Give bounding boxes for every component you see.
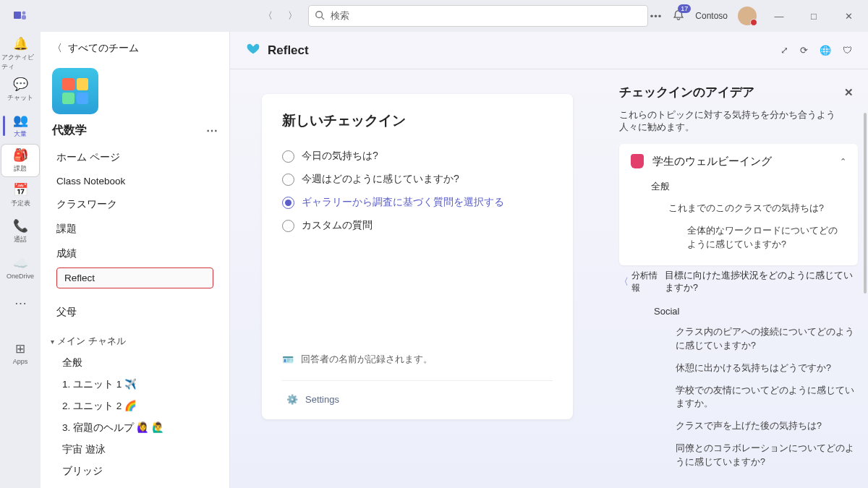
gear-icon: ⚙️	[286, 394, 298, 405]
nav-back-button[interactable]: 〈	[258, 6, 278, 26]
rail-onedrive[interactable]: ☁️OneDrive	[1, 250, 39, 285]
window-minimize-icon[interactable]: ―	[767, 6, 791, 26]
radio-icon	[282, 220, 294, 232]
ideas-subtitle: これらのトピックに対する気持ちを分かち合うよう人々に勧めます。	[619, 105, 858, 144]
reflect-heart-icon	[246, 41, 260, 59]
sidebar-notebook[interactable]: Class Notebook	[46, 170, 224, 192]
question-item[interactable]: 全体的なワークロードについてどのように感じていますか?	[631, 220, 846, 256]
app-rail: 🔔アクティビティ 💬チャット 👥大量 🎒課題 📅予定表 📞通話 ☁️OneDri…	[0, 32, 41, 488]
bag-icon: 🎒	[13, 147, 28, 163]
chevron-down-icon: ▾	[51, 338, 54, 346]
search-placeholder: 検索	[331, 9, 349, 22]
main-area: Reflect ⤢ ⟳ 🌐 🛡 新しいチェックイン 今日の気持ちは? 今週はどの…	[230, 32, 868, 488]
insights-link[interactable]: 〈 分析情報 目標に向けた進捗状況をどのように感じていますか?	[619, 265, 858, 294]
radio-icon	[282, 150, 294, 163]
svg-line-4	[322, 17, 325, 20]
team-avatar	[52, 68, 98, 114]
calendar-icon: 📅	[13, 182, 28, 197]
team-name: 代数学	[52, 123, 87, 138]
cloud-icon: ☁️	[13, 256, 28, 271]
back-all-teams[interactable]: 〈 すべてのチーム	[41, 32, 229, 65]
ideas-title: チェックインのアイデア	[619, 84, 754, 100]
settings-button[interactable]: ⚙️ Settings	[282, 380, 553, 406]
chevron-left-icon: 〈	[619, 276, 629, 288]
backpack-icon	[631, 154, 644, 168]
category-header[interactable]: 学生のウェルビーイング ⌃	[631, 154, 846, 168]
svg-rect-2	[22, 15, 26, 20]
channels-header[interactable]: ▾メイン チャネル	[41, 325, 229, 352]
sidebar-assignments[interactable]: 課題	[46, 217, 224, 241]
radio-icon	[282, 197, 294, 209]
more-icon: ⋯	[14, 296, 27, 311]
svg-rect-0	[14, 12, 21, 19]
more-icon[interactable]: •••	[650, 11, 663, 22]
question-item[interactable]: クラスで声を上げた後の気持ちは?	[631, 415, 858, 437]
tab-header: Reflect ⤢ ⟳ 🌐 🛡	[230, 32, 868, 69]
question-item[interactable]: クラス内のピアへの接続についてどのように感じていますか?	[631, 321, 858, 357]
search-icon	[315, 10, 325, 22]
record-note: 🪪 回答者の名前が記録されます。	[282, 353, 553, 366]
close-icon[interactable]: ✕	[844, 86, 854, 99]
question-item[interactable]: これまでのこのクラスでの気持ちは?	[631, 197, 846, 220]
rail-apps[interactable]: ⊞Apps	[1, 335, 39, 370]
rail-more[interactable]: ⋯	[1, 286, 39, 321]
subhead-general: 全般	[631, 168, 846, 197]
id-card-icon: 🪪	[282, 354, 294, 365]
checkin-card: 新しいチェックイン 今日の気持ちは? 今週はどのように感じていますか? ギャラリ…	[262, 94, 573, 419]
sidebar-parents[interactable]: 父母	[46, 300, 224, 325]
question-item[interactable]: 休憩に出かける気持ちはどうですか?	[631, 357, 858, 380]
radio-icon	[282, 174, 294, 186]
question-item[interactable]: 学校での友情についてどのように感じていますか。	[631, 380, 858, 416]
apps-icon: ⊞	[15, 341, 25, 356]
chevron-left-icon: 〈	[52, 42, 62, 55]
channel-unit1[interactable]: 1. ユニット 1 ✈️	[41, 374, 229, 395]
sidebar-reflect[interactable]: Reflect	[56, 267, 213, 288]
team-more-icon[interactable]: ⋯	[206, 124, 218, 137]
ideas-panel: チェックインのアイデア ✕ これらのトピックに対する気持ちを分かち合うよう人々に…	[613, 69, 868, 488]
rail-activity[interactable]: 🔔アクティビティ	[1, 36, 39, 71]
card-title: 新しいチェックイン	[282, 111, 553, 130]
window-close-icon[interactable]: ✕	[836, 6, 861, 26]
window-maximize-icon[interactable]: □	[801, 6, 826, 26]
expand-icon[interactable]: ⤢	[780, 45, 788, 56]
notifications-button[interactable]: 17	[672, 9, 685, 24]
category-wellbeing: 学生のウェルビーイング ⌃ 全般 これまでのこのクラスでの気持ちは? 全体的なワ…	[619, 144, 858, 265]
team-sidebar: 〈 すべてのチーム 代数学 ⋯ ホーム ページ Class Notebook ク…	[41, 32, 230, 488]
nav-fwd-button[interactable]: 〉	[282, 6, 302, 26]
tab-title: Reflect	[268, 43, 309, 58]
sidebar-grades[interactable]: 成績	[46, 241, 224, 266]
teams-logo-icon	[0, 9, 41, 23]
rail-teams[interactable]: 👥大量	[1, 108, 39, 143]
refresh-icon[interactable]: ⟳	[800, 45, 808, 56]
rail-calls[interactable]: 📞通話	[1, 214, 39, 249]
chat-icon: 💬	[13, 77, 28, 92]
title-bar: 〈 〉 検索 ••• 17 Contoso ― □ ✕	[0, 0, 868, 32]
channel-bridge[interactable]: ブリッジ	[41, 461, 229, 482]
notif-badge: 17	[678, 4, 691, 13]
svg-point-1	[22, 12, 26, 15]
channel-unit3[interactable]: 3. 宿題のヘルプ 🙋‍♀️ 🙋‍♂️	[41, 417, 229, 439]
org-label: Contoso	[695, 11, 728, 21]
rail-assignments[interactable]: 🎒課題	[1, 145, 39, 176]
option-gallery[interactable]: ギャラリーから調査に基づく質問を選択する	[282, 191, 553, 214]
rail-chat[interactable]: 💬チャット	[1, 72, 39, 107]
avatar[interactable]	[738, 7, 757, 25]
search-input[interactable]: 検索	[308, 5, 648, 27]
question-item[interactable]: 同僚とのコラボレーションについてどのように感じていますか?	[631, 437, 858, 474]
option-week[interactable]: 今週はどのように感じていますか?	[282, 168, 553, 191]
sidebar-home[interactable]: ホーム ページ	[46, 145, 224, 170]
rail-calendar[interactable]: 📅予定表	[1, 178, 39, 213]
option-custom[interactable]: カスタムの質問	[282, 214, 553, 237]
channel-general[interactable]: 全般	[41, 352, 229, 374]
phone-icon: 📞	[13, 218, 28, 234]
sidebar-classwork[interactable]: クラスワーク	[46, 192, 224, 217]
shield-icon[interactable]: 🛡	[843, 45, 852, 56]
channel-unit2[interactable]: 2. ユニット 2 🌈	[41, 395, 229, 417]
svg-point-3	[316, 11, 323, 17]
scrollbar[interactable]	[864, 113, 867, 294]
option-today[interactable]: 今日の気持ちは?	[282, 145, 553, 168]
channel-space[interactable]: 宇宙 遊泳	[41, 439, 229, 461]
globe-icon[interactable]: 🌐	[820, 45, 831, 56]
people-icon: 👥	[13, 113, 28, 128]
chevron-up-icon: ⌃	[840, 157, 846, 166]
